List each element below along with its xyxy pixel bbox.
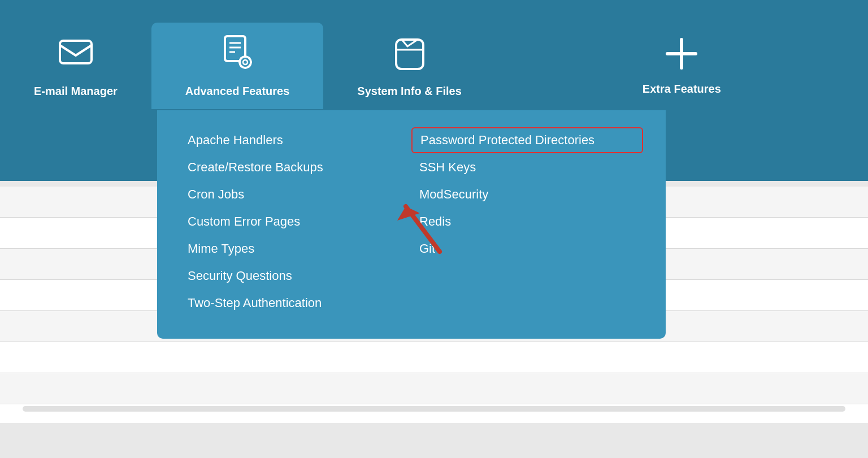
extra-features-label: Extra Features <box>643 83 721 96</box>
dropdown-item-modsecurity[interactable]: ModSecurity <box>411 182 643 208</box>
sidebar-item-extra-features[interactable]: Extra Features <box>609 23 755 107</box>
dropdown-item-password-protected-dirs[interactable]: Password Protected Directories <box>411 127 643 153</box>
dropdown-item-ssh-keys[interactable]: SSH Keys <box>411 154 643 180</box>
dropdown-item-redis[interactable]: Redis <box>411 209 643 235</box>
dropdown-item-two-step-auth[interactable]: Two-Step Authentication <box>180 290 411 316</box>
dropdown-left-column: Apache Handlers Create/Restore Backups C… <box>180 127 411 316</box>
dropdown-item-mime-types[interactable]: Mime Types <box>180 236 411 262</box>
sidebar-item-email-manager[interactable]: E-mail Manager <box>0 23 151 109</box>
bandwidth-bar <box>23 406 845 412</box>
sidebar-item-advanced-features[interactable]: Advanced Features <box>151 23 324 109</box>
dropdown-right-column: Password Protected Directories SSH Keys … <box>411 127 643 316</box>
dropdown-panel: Apache Handlers Create/Restore Backups C… <box>157 110 666 339</box>
system-info-label: System Info & Files <box>357 85 462 98</box>
dropdown-item-custom-error-pages[interactable]: Custom Error Pages <box>180 209 411 235</box>
stripe-row <box>0 342 868 373</box>
email-icon <box>58 34 94 76</box>
top-bar-items: E-mail Manager <box>0 23 868 109</box>
plus-icon <box>662 34 701 74</box>
dropdown-item-security-questions[interactable]: Security Questions <box>180 263 411 289</box>
advanced-features-label: Advanced Features <box>185 85 290 98</box>
dropdown-item-apache-handlers[interactable]: Apache Handlers <box>180 127 411 153</box>
advanced-features-icon <box>219 34 255 76</box>
dropdown-item-cron-jobs[interactable]: Cron Jobs <box>180 182 411 208</box>
stripe-row <box>0 373 868 404</box>
sidebar-item-system-info[interactable]: System Info & Files <box>323 23 496 109</box>
dropdown-item-create-restore-backups[interactable]: Create/Restore Backups <box>180 154 411 180</box>
dropdown-item-git[interactable]: Git <box>411 236 643 262</box>
system-info-icon <box>392 34 428 76</box>
email-manager-label: E-mail Manager <box>34 85 118 98</box>
svg-rect-0 <box>60 41 92 63</box>
